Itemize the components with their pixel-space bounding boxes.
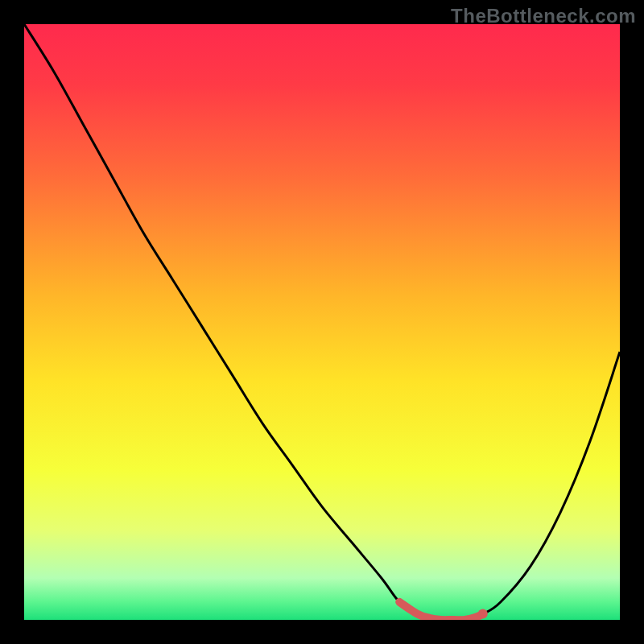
bottleneck-chart: [24, 24, 620, 620]
chart-frame: TheBottleneck.com: [0, 0, 644, 644]
gradient-background: [24, 24, 620, 620]
optimal-end-dot: [478, 609, 488, 619]
plot-area: [24, 24, 620, 620]
